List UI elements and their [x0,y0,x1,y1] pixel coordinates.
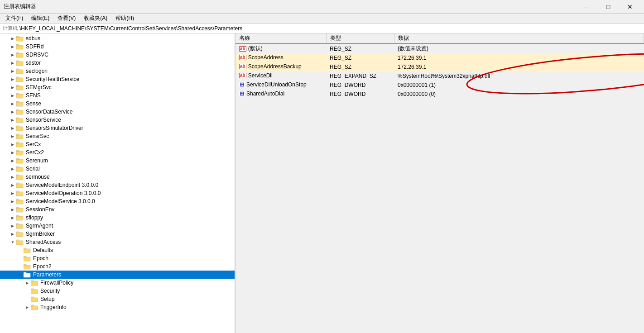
menu-item[interactable]: 查看(V) [54,14,79,23]
reg-type-cell: REG_DWORD [326,81,394,90]
expand-arrow[interactable] [9,43,16,50]
expand-arrow[interactable] [16,263,24,270]
expand-arrow[interactable] [9,108,16,115]
expand-arrow[interactable] [9,181,16,189]
expand-arrow[interactable] [16,271,24,278]
tree-item-SensorsSimulatorDriver[interactable]: SensorsSimulatorDriver [0,124,235,132]
tree-item-Setup[interactable]: Setup [0,295,235,303]
expand-arrow[interactable] [9,116,16,124]
tree-item-sdstor[interactable]: sdstor [0,59,235,67]
tree-item-sermouse[interactable]: sermouse [0,173,235,181]
expand-arrow[interactable] [9,206,16,213]
tree-item-SensrSvc[interactable]: SensrSvc [0,132,235,140]
registry-row[interactable]: abScopeAddressBackupREG_SZ172.26.39.1 [235,62,644,71]
tree-item-ServiceModelEndpoint[interactable]: ServiceModelEndpoint 3.0.0.0 [0,181,235,189]
tree-item-SharedAccess[interactable]: SharedAccess [0,238,235,246]
registry-row[interactable]: ⊞SharedAutoDialREG_DWORD0x00000000 (0) [235,90,644,99]
tree-item-SensorDataService[interactable]: SensorDataService [0,108,235,116]
tree-item-seclogon[interactable]: seclogon [0,67,235,75]
expand-arrow[interactable] [16,247,24,254]
expand-arrow[interactable] [24,295,31,303]
tree-item-Serial[interactable]: Serial [0,165,235,173]
minimize-button[interactable]: ─ [576,0,597,14]
tree-item-ServiceModelOperation[interactable]: ServiceModelOperation 3.0.0.0 [0,189,235,197]
expand-arrow[interactable] [9,222,16,229]
tree-item-SecurityHealthService[interactable]: SecurityHealthService [0,75,235,83]
expand-arrow[interactable] [16,255,24,262]
tree-item-Parameters[interactable]: Parameters [0,271,235,279]
svg-rect-60 [31,281,38,285]
expand-arrow[interactable] [9,238,16,246]
tree-item-sfloppy[interactable]: sfloppy [0,214,235,222]
close-button[interactable]: ✕ [620,0,640,14]
expand-arrow[interactable] [9,173,16,181]
folder-icon [16,174,24,180]
menu-item[interactable]: 收藏夹(A) [80,14,111,23]
menu-item[interactable]: 编辑(E) [28,14,53,23]
expand-arrow[interactable] [24,279,31,286]
expand-arrow[interactable] [9,67,16,75]
expand-arrow[interactable] [9,92,16,99]
expand-arrow[interactable] [9,198,16,205]
tree-scroll[interactable]: sdbus SDFRd SDRSVC sdstor seclogon Secur… [0,33,235,333]
folder-icon [16,149,24,156]
tree-item-Epoch[interactable]: Epoch [0,254,235,262]
expand-arrow[interactable] [9,84,16,91]
expand-arrow[interactable] [9,214,16,221]
tree-item-ServiceModelService[interactable]: ServiceModelService 3.0.0.0 [0,197,235,205]
expand-arrow[interactable] [9,149,16,156]
expand-arrow[interactable] [9,157,16,164]
registry-row[interactable]: abScopeAddressREG_SZ172.26.39.1 [235,53,644,62]
expand-arrow[interactable] [9,51,16,58]
tree-item-SerCx2[interactable]: SerCx2 [0,148,235,157]
col-data[interactable]: 数据 [394,33,644,43]
tree-item-label: Serial [26,166,40,172]
svg-rect-47 [16,224,19,225]
tree-item-SessionEnv[interactable]: SessionEnv [0,205,235,214]
menu-item[interactable]: 帮助(H) [112,14,138,23]
expand-arrow[interactable] [9,76,16,83]
tree-item-sdbus[interactable]: sdbus [0,34,235,43]
expand-arrow[interactable] [24,287,31,295]
reg-icon-ab: ab [239,64,246,69]
folder-icon [16,157,24,164]
expand-arrow[interactable] [9,59,16,67]
registry-row[interactable]: abServiceDllREG_EXPAND_SZ%SystemRoot%\Sy… [235,71,644,81]
tree-item-SensorService[interactable]: SensorService [0,116,235,124]
tree-item-label: SEMgrSvc [26,84,52,90]
svg-rect-52 [24,249,30,253]
expand-arrow[interactable] [9,124,16,132]
tree-item-SEMgrSvc[interactable]: SEMgrSvc [0,83,235,91]
tree-item-label: SensorsSimulatorDriver [26,125,83,131]
svg-rect-23 [16,126,19,127]
tree-item-TriggerInfo[interactable]: TriggerInfo [0,303,235,311]
expand-arrow[interactable] [9,100,16,107]
col-type[interactable]: 类型 [326,33,394,43]
tree-item-Sense[interactable]: Sense [0,100,235,108]
expand-arrow[interactable] [9,165,16,172]
expand-arrow[interactable] [9,35,16,42]
registry-row[interactable]: ab(默认)REG_SZ(数值未设置) [235,43,644,53]
tree-item-Security[interactable]: Security [0,287,235,295]
tree-item-FirewallPolicy[interactable]: FirewallPolicy [0,279,235,287]
expand-arrow[interactable] [24,304,31,311]
tree-item-Defaults[interactable]: Defaults [0,246,235,254]
col-name[interactable]: 名称 [235,33,326,43]
tree-item-SerCx[interactable]: SerCx [0,140,235,148]
menu-item[interactable]: 文件(F) [2,14,27,23]
expand-arrow[interactable] [9,133,16,140]
expand-arrow[interactable] [9,141,16,148]
tree-item-Serenum[interactable]: Serenum [0,157,235,165]
tree-item-label: SENS [26,92,41,99]
tree-item-SDFRd[interactable]: SDFRd [0,43,235,51]
expand-arrow[interactable] [9,230,16,238]
registry-row[interactable]: ⊞ServiceDllUnloadOnStopREG_DWORD0x000000… [235,81,644,90]
tree-item-SgrmAgent[interactable]: SgrmAgent [0,222,235,230]
reg-icon-dword: ⊞ [239,91,245,96]
expand-arrow[interactable] [9,190,16,197]
tree-item-SENS[interactable]: SENS [0,91,235,100]
maximize-button[interactable]: □ [598,0,619,14]
tree-item-SgrmBroker[interactable]: SgrmBroker [0,230,235,238]
tree-item-Epoch2[interactable]: Epoch2 [0,262,235,271]
tree-item-SDRSVC[interactable]: SDRSVC [0,51,235,59]
